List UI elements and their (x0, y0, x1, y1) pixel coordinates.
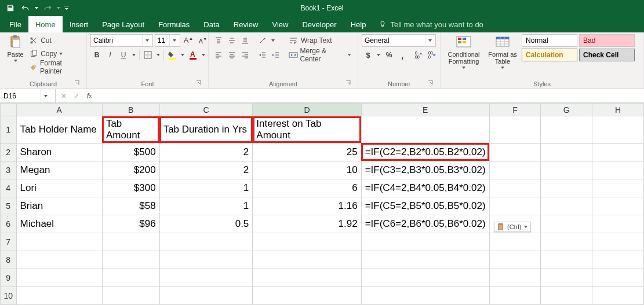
row-header-3[interactable]: 3 (1, 161, 17, 179)
col-header-A[interactable]: A (16, 104, 102, 116)
dialog-launcher-alignment[interactable] (345, 80, 352, 87)
cell-B10[interactable] (102, 286, 159, 304)
cell-C2[interactable]: 2 (159, 143, 253, 161)
number-format-combo[interactable] (362, 34, 436, 47)
cell-B3[interactable]: $200 (102, 161, 159, 179)
tab-home[interactable]: Home (28, 16, 63, 32)
dialog-launcher-number[interactable] (427, 80, 434, 87)
cell-H3[interactable] (592, 161, 644, 179)
cell-D7[interactable] (253, 233, 361, 251)
redo-button[interactable] (41, 2, 54, 14)
decrease-indent-button[interactable] (256, 49, 269, 61)
col-header-H[interactable]: H (592, 104, 644, 116)
cell-B4[interactable]: $300 (102, 179, 159, 197)
cell-C7[interactable] (159, 233, 253, 251)
underline-dropdown[interactable] (130, 49, 137, 61)
cell-A8[interactable] (16, 251, 102, 269)
cell-C1[interactable]: Tab Duration in Yrs (159, 116, 253, 144)
cell-G6[interactable] (541, 215, 592, 233)
cell-F7[interactable] (489, 233, 541, 251)
cell-E10[interactable] (361, 286, 489, 304)
format-painter-button[interactable]: Format Painter (28, 61, 83, 74)
cell-C3[interactable]: 2 (159, 161, 253, 179)
cell-H4[interactable] (592, 179, 644, 197)
cell-D10[interactable] (253, 286, 361, 304)
format-as-table-button[interactable]: Format as Table (486, 34, 519, 70)
spreadsheet-area[interactable]: ABCDEFGH 1Tab Holder NameTab AmountTab D… (0, 103, 644, 305)
cell-E5[interactable]: =IF(C5=2,B5*0.05,B5*0.02) (361, 197, 489, 215)
cell-A7[interactable] (16, 233, 102, 251)
row-header-8[interactable]: 8 (1, 251, 17, 269)
save-button[interactable] (3, 2, 17, 14)
cell-B9[interactable] (102, 269, 159, 286)
font-color-dropdown[interactable] (200, 49, 207, 61)
percent-format-button[interactable]: % (383, 49, 395, 61)
cell-G9[interactable] (541, 269, 592, 286)
cell-D2[interactable]: 25 (253, 143, 361, 161)
cell-E3[interactable]: =IF(C3=2,B3*0.05,B3*0.02) (361, 161, 489, 179)
enter-formula-button[interactable]: ✓ (71, 92, 82, 100)
dialog-launcher-font[interactable] (195, 80, 202, 87)
cell-A2[interactable]: Sharon (16, 143, 102, 161)
cell-C10[interactable] (159, 286, 253, 304)
cell-D9[interactable] (253, 269, 361, 286)
fill-color-dropdown[interactable] (179, 49, 186, 61)
borders-dropdown[interactable] (155, 49, 162, 61)
tab-formulas[interactable]: Formulas (151, 16, 197, 32)
chevron-down-icon[interactable] (41, 89, 50, 102)
col-header-B[interactable]: B (102, 104, 159, 116)
borders-button[interactable] (141, 49, 154, 61)
cell-C9[interactable] (159, 269, 253, 286)
decrease-decimal-button[interactable]: .00.0 (425, 49, 438, 61)
row-header-4[interactable]: 4 (1, 179, 17, 197)
cell-B2[interactable]: $500 (102, 143, 159, 161)
font-color-button[interactable]: A (187, 49, 199, 61)
cell-F10[interactable] (489, 286, 541, 304)
italic-button[interactable]: I (104, 49, 117, 61)
fill-color-button[interactable] (166, 49, 179, 61)
cell-E7[interactable] (361, 233, 489, 251)
cut-button[interactable]: Cut (28, 34, 83, 47)
orientation-button[interactable] (256, 34, 269, 47)
cell-F3[interactable] (489, 161, 541, 179)
undo-dropdown[interactable] (34, 2, 39, 14)
tab-developer[interactable]: Developer (295, 16, 343, 32)
comma-format-button[interactable]: , (396, 49, 409, 61)
cell-C6[interactable]: 0.5 (159, 215, 253, 233)
conditional-formatting-button[interactable]: Conditional Formatting (444, 34, 483, 70)
chevron-down-icon[interactable] (425, 35, 434, 46)
name-box-input[interactable] (0, 92, 41, 100)
cell-H8[interactable] (592, 251, 644, 269)
formula-input[interactable] (97, 89, 644, 102)
cell-style-normal[interactable]: Normal (522, 34, 577, 47)
cell-G5[interactable] (541, 197, 592, 215)
cell-G1[interactable] (541, 116, 592, 144)
tab-view[interactable]: View (265, 16, 295, 32)
cell-H7[interactable] (592, 233, 644, 251)
cell-E1[interactable] (361, 116, 489, 144)
tab-data[interactable]: Data (197, 16, 226, 32)
col-header-G[interactable]: G (541, 104, 592, 116)
col-header-E[interactable]: E (361, 104, 489, 116)
cell-D5[interactable]: 1.16 (253, 197, 361, 215)
cell-F2[interactable] (489, 143, 541, 161)
cell-H6[interactable] (592, 215, 644, 233)
font-name-input[interactable] (91, 36, 142, 45)
cell-G8[interactable] (541, 251, 592, 269)
col-header-C[interactable]: C (159, 104, 253, 116)
cancel-formula-button[interactable]: ✕ (58, 92, 70, 100)
cell-style-check-cell[interactable]: Check Cell (579, 49, 635, 61)
insert-function-button[interactable]: fx (83, 92, 95, 100)
col-header-F[interactable]: F (489, 104, 541, 116)
tab-insert[interactable]: Insert (63, 16, 96, 32)
cell-C8[interactable] (159, 251, 253, 269)
bold-button[interactable]: B (90, 49, 103, 61)
cell-F4[interactable] (489, 179, 541, 197)
font-name-combo[interactable] (90, 34, 153, 47)
increase-font-button[interactable]: A▲ (182, 34, 195, 47)
cell-G3[interactable] (541, 161, 592, 179)
cell-G7[interactable] (541, 233, 592, 251)
cell-G4[interactable] (541, 179, 592, 197)
redo-dropdown[interactable] (56, 2, 61, 14)
cell-D4[interactable]: 6 (253, 179, 361, 197)
